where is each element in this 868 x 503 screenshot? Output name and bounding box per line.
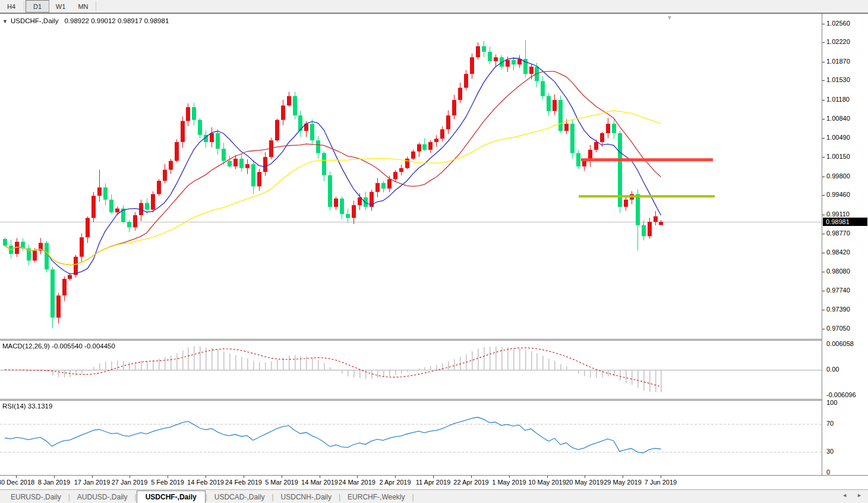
chart-tab-bar: EURUSD-,Daily|AUDUSD-,Daily|USDCHF-,Dail… <box>0 489 868 503</box>
price-axis-label: 0.98770 <box>826 230 850 237</box>
price-axis-label: 1.01870 <box>826 58 850 65</box>
date-axis-tick <box>92 476 93 478</box>
macd-indicator-label: MACD(12,26,9) -0.005540 -0.004450 <box>2 342 115 350</box>
chart-tabs: EURUSD-,Daily|AUDUSD-,Daily|USDCHF-,Dail… <box>0 490 414 503</box>
price-axis-tick <box>822 138 825 139</box>
price-axis-label: 0.98080 <box>826 268 850 275</box>
tab-scroll-left-icon[interactable]: ◄ <box>842 492 847 498</box>
price-axis-tick <box>822 234 825 234</box>
date-axis-tick <box>320 476 320 478</box>
date-axis-label: 22 Apr 2019 <box>453 479 488 486</box>
date-axis-tick <box>433 476 434 478</box>
price-axis-tick <box>822 157 825 158</box>
tab-scroll-right-icon[interactable]: ► <box>857 492 862 498</box>
macd-axis-label: 0.00 <box>826 366 839 373</box>
date-axis-tick <box>509 476 510 478</box>
collapse-chart-icon[interactable]: ▼ <box>2 18 8 24</box>
price-axis-label: 0.98420 <box>826 249 850 256</box>
date-axis-tick <box>244 476 244 478</box>
date-axis-tick <box>585 476 585 478</box>
price-axis-label: 0.97740 <box>826 287 850 294</box>
date-axis-tick <box>54 476 55 478</box>
date-axis-label: 30 Dec 2018 <box>0 479 34 486</box>
date-axis-label: 5 Feb 2019 <box>151 479 184 486</box>
rsi-axis-label: 0 <box>826 469 830 476</box>
tab-usdcnh[interactable]: USDCNH-,Daily <box>274 491 339 503</box>
date-axis-tick <box>661 476 661 478</box>
date-axis-tick <box>282 476 282 478</box>
price-axis-tick <box>822 215 825 215</box>
date-axis-label: 17 Jan 2019 <box>74 479 111 486</box>
rsi-indicator-canvas[interactable] <box>0 401 822 475</box>
price-axis-label: 1.00150 <box>826 153 850 160</box>
date-axis-label: 8 Jan 2019 <box>38 479 70 486</box>
current-price-badge: 0.98981 <box>823 218 867 226</box>
date-axis-label: 7 Jun 2019 <box>645 479 677 486</box>
rsi-axis-label: 30 <box>826 448 834 455</box>
price-axis-tick <box>822 272 825 272</box>
price-axis-label: 0.99460 <box>826 191 850 198</box>
price-chart-canvas[interactable] <box>0 15 822 339</box>
date-axis-label: 10 May 2019 <box>528 479 566 486</box>
price-axis[interactable]: 1.025601.022201.018701.015301.011801.008… <box>822 14 868 475</box>
scroll-to-end-marker-icon[interactable]: ▼ <box>667 14 673 21</box>
price-axis-label: 0.99800 <box>826 172 850 180</box>
date-axis-label: 14 Mar 2019 <box>301 479 338 486</box>
price-axis-tick <box>822 177 825 177</box>
price-axis-label: 1.02560 <box>826 20 850 27</box>
tab-eurchf[interactable]: EURCHF-,Weekly <box>340 491 412 503</box>
date-axis-label: 11 Apr 2019 <box>416 479 451 486</box>
timeframe-button-mn[interactable]: MN <box>72 0 94 12</box>
date-axis-label: 14 Feb 2019 <box>187 479 224 486</box>
toolbar-divider <box>24 1 24 11</box>
macd-indicator-canvas[interactable] <box>0 341 822 399</box>
tab-eurusd[interactable]: EURUSD-,Daily <box>4 491 68 503</box>
date-axis-label: 2 Apr 2019 <box>379 479 411 486</box>
price-axis-tick <box>822 100 825 100</box>
timeframe-button-d1[interactable]: D1 <box>26 0 49 12</box>
pane-separator[interactable] <box>0 399 868 401</box>
price-axis-tick <box>822 42 825 43</box>
date-axis-tick <box>168 476 168 478</box>
date-axis-tick <box>471 476 472 478</box>
macd-axis-label: -0.006096 <box>826 391 856 398</box>
date-axis-tick <box>206 476 206 478</box>
date-axis-label: 24 Feb 2019 <box>225 479 262 486</box>
date-axis-label: 20 May 2019 <box>566 479 604 486</box>
date-axis-label: 1 May 2019 <box>492 479 526 486</box>
price-axis-label: 0.97390 <box>826 306 850 313</box>
tab-scroll-arrows: ◄ ► <box>842 492 862 498</box>
price-axis-label: 1.00840 <box>826 115 850 122</box>
date-axis-label: 29 May 2019 <box>604 479 642 486</box>
rsi-axis-label: 70 <box>826 420 834 427</box>
price-axis-label: 1.00490 <box>826 134 850 141</box>
price-axis-tick <box>822 62 825 62</box>
price-axis-tick <box>822 80 825 81</box>
macd-axis-label: 0.006058 <box>826 340 854 347</box>
tab-audusd[interactable]: AUDUSD-,Daily <box>70 491 135 503</box>
date-axis-tick <box>16 476 17 478</box>
date-axis-label: 24 Mar 2019 <box>339 479 375 486</box>
chart-symbol-title: USDCHF-,Daily <box>11 17 59 24</box>
date-axis[interactable]: 30 Dec 20188 Jan 201917 Jan 201927 Jan 2… <box>0 475 868 490</box>
price-axis-label: 1.01180 <box>826 96 850 103</box>
toolbar-divider <box>96 1 96 11</box>
rsi-axis-label: 100 <box>826 399 837 406</box>
date-axis-tick <box>357 476 358 478</box>
rsi-indicator-label: RSI(14) 33.1319 <box>2 403 52 410</box>
date-axis-tick <box>395 476 396 478</box>
price-axis-tick <box>822 24 825 24</box>
price-axis-tick <box>822 195 825 196</box>
price-axis-tick <box>822 119 825 120</box>
tab-usdchf[interactable]: USDCHF-,Daily <box>137 491 206 503</box>
timeframe-toolbar: H4D1W1MN <box>0 0 868 13</box>
pane-separator[interactable] <box>0 339 868 341</box>
tab-divider: | <box>412 493 414 501</box>
date-axis-tick <box>547 476 548 478</box>
price-axis-tick <box>822 253 825 253</box>
mt4-application: { "ui": { "collapse_icon": "▼", "scroll_… <box>0 0 868 503</box>
tab-usdcad[interactable]: USDCAD-,Daily <box>207 491 272 503</box>
timeframe-button-w1[interactable]: W1 <box>49 0 72 12</box>
chart-window: ▼USDCHF-,Daily0.98922 0.99012 0.98917 0.… <box>0 13 868 490</box>
timeframe-button-h4[interactable]: H4 <box>0 0 23 12</box>
